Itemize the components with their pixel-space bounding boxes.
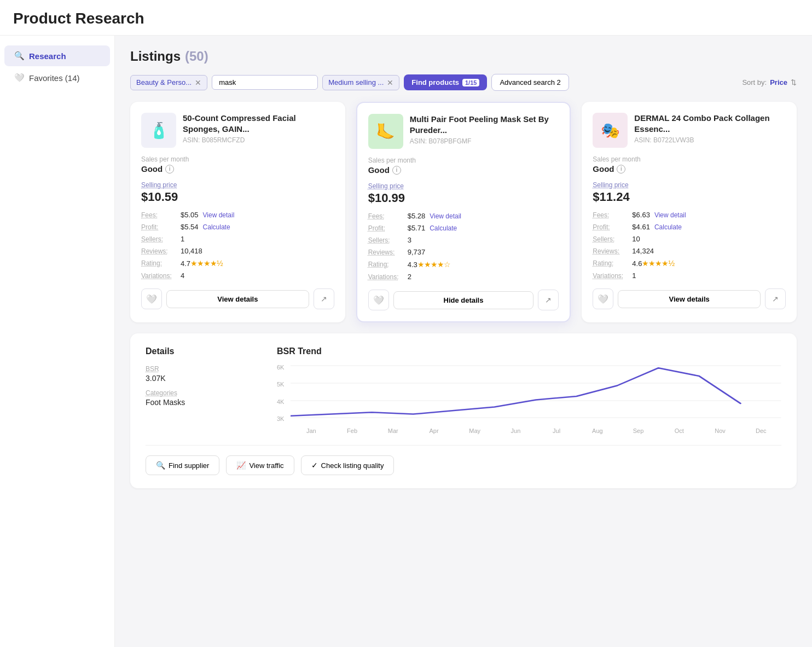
info-icon-2[interactable]: i — [392, 166, 401, 175]
sellers-row-1: Sellers: 1 — [141, 235, 334, 243]
view-traffic-button[interactable]: 📈 View traffic — [226, 455, 294, 475]
categories-label: Categories — [146, 389, 255, 397]
selling-filter[interactable]: Medium selling ... ✕ — [322, 75, 399, 90]
product-image-1: 🧴 — [141, 113, 176, 148]
x-label-jul: Jul — [536, 428, 577, 434]
reviews-value-3: 14,324 — [632, 247, 654, 255]
sort-area: Sort by: Price ⇅ — [742, 78, 797, 86]
rating-value-3: 4.6 — [632, 259, 642, 268]
sellers-row-3: Sellers: 10 — [593, 235, 786, 243]
product-name-1: 50-Count Compressed Facial Sponges, GAIN… — [183, 113, 334, 134]
main-content: Listings (50) Beauty & Perso... ✕ Medium… — [115, 36, 812, 647]
find-products-button[interactable]: Find products 1/15 — [404, 74, 487, 90]
rating-stars-1: ★★★★½ — [190, 259, 223, 268]
selling-price-2: $10.99 — [368, 191, 559, 205]
sellers-value-2: 3 — [408, 236, 411, 244]
rating-value-1: 4.7 — [181, 259, 190, 268]
card-actions-1: 🤍 View details ↗ — [141, 288, 334, 309]
sellers-label-3: Sellers: — [593, 235, 632, 243]
bottom-actions: 🔍 Find supplier 📈 View traffic ✓ Check l… — [146, 445, 781, 475]
selling-label-3: Selling price — [593, 181, 786, 189]
fees-label-1: Fees: — [141, 211, 181, 219]
details-title: Details — [146, 346, 255, 356]
x-label-jan: Jan — [291, 428, 332, 434]
fees-label-3: Fees: — [593, 211, 632, 219]
rating-row-2: Rating: 4.3 ★★★★☆ — [368, 260, 559, 269]
fees-row-3: Fees: $6.63 View detail — [593, 211, 786, 219]
details-left: Details BSR 3.07K Categories Foot Masks — [146, 346, 255, 434]
search-input[interactable] — [212, 75, 318, 90]
profit-label-3: Profit: — [593, 223, 632, 231]
y-label-6k: 6K — [277, 364, 284, 371]
sales-label-1: Sales per month — [141, 155, 334, 163]
sort-icon[interactable]: ⇅ — [791, 78, 797, 86]
x-label-apr: Apr — [414, 428, 455, 434]
x-label-may: May — [454, 428, 495, 434]
search-icon: 🔍 — [14, 51, 25, 61]
external-link-button-3[interactable]: ↗ — [765, 288, 786, 309]
view-details-button-2[interactable]: Hide details — [393, 291, 534, 309]
view-details-button-3[interactable]: View details — [618, 290, 761, 308]
listings-count: (50) — [185, 49, 208, 64]
fees-link-2[interactable]: View detail — [430, 212, 461, 220]
favorite-button-3[interactable]: 🤍 — [593, 288, 613, 309]
categories-row: Categories Foot Masks — [146, 389, 255, 407]
rating-stars-3: ★★★★½ — [642, 259, 674, 268]
heart-icon: 🤍 — [14, 73, 25, 83]
fees-label-2: Fees: — [368, 212, 408, 220]
product-info-1: 🧴 50-Count Compressed Facial Sponges, GA… — [141, 113, 334, 148]
details-section: Details BSR 3.07K Categories Foot Masks … — [130, 333, 797, 488]
reviews-label-1: Reviews: — [141, 247, 181, 255]
y-label-5k: 5K — [277, 381, 284, 388]
product-info-2: 🦶 Multi Pair Foot Peeling Mask Set By Pu… — [368, 114, 559, 149]
selling-label-1: Selling price — [141, 181, 334, 189]
view-details-button-1[interactable]: View details — [166, 290, 309, 308]
advanced-search-button[interactable]: Advanced search 2 — [491, 74, 569, 91]
product-details-1: 50-Count Compressed Facial Sponges, GAIN… — [183, 113, 334, 144]
sidebar-item-favorites[interactable]: 🤍 Favorites (14) — [4, 67, 110, 88]
category-filter[interactable]: Beauty & Perso... ✕ — [130, 75, 207, 90]
sort-value[interactable]: Price — [770, 78, 787, 86]
sidebar-item-research[interactable]: 🔍 Research — [4, 45, 110, 66]
fees-link-1[interactable]: View detail — [203, 211, 235, 219]
product-asin-1: ASIN: B085RMCFZD — [183, 136, 334, 144]
info-icon-3[interactable]: i — [617, 165, 625, 174]
profit-link-2[interactable]: Calculate — [430, 224, 457, 232]
sales-label-3: Sales per month — [593, 155, 786, 163]
external-link-button-2[interactable]: ↗ — [538, 290, 559, 310]
selling-filter-label: Medium selling ... — [328, 78, 384, 86]
bsr-chart-svg — [291, 363, 781, 423]
sidebar-item-research-label: Research — [29, 51, 66, 61]
reviews-row-3: Reviews: 14,324 — [593, 247, 786, 255]
y-label-4k: 4K — [277, 398, 284, 405]
x-label-feb: Feb — [332, 428, 373, 434]
product-asin-2: ASIN: B078PBFGMF — [410, 137, 559, 145]
sellers-label-2: Sellers: — [368, 236, 408, 244]
variations-value-1: 4 — [181, 271, 184, 280]
check-quality-button[interactable]: ✓ Check listing quality — [301, 455, 395, 475]
profit-value-2: $5.71 — [408, 224, 426, 232]
profit-link-3[interactable]: Calculate — [654, 223, 682, 231]
x-label-aug: Aug — [577, 428, 618, 434]
external-link-button-1[interactable]: ↗ — [314, 288, 334, 309]
page-title: Product Research — [0, 0, 812, 36]
product-image-2: 🦶 — [368, 114, 403, 149]
profit-link-1[interactable]: Calculate — [203, 223, 230, 231]
check-quality-label: Check listing quality — [321, 461, 384, 470]
rating-label-1: Rating: — [141, 259, 181, 267]
chart-area: BSR Trend 6K 5K 4K 3K — [277, 346, 781, 434]
category-filter-remove[interactable]: ✕ — [195, 78, 201, 87]
listings-title: Listings — [130, 49, 181, 64]
selling-label-2: Selling price — [368, 182, 559, 190]
info-icon-1[interactable]: i — [165, 165, 174, 174]
favorite-button-1[interactable]: 🤍 — [141, 288, 162, 309]
reviews-label-3: Reviews: — [593, 247, 632, 255]
favorite-button-2[interactable]: 🤍 — [368, 290, 389, 310]
find-supplier-button[interactable]: 🔍 Find supplier — [146, 455, 219, 475]
selling-filter-remove[interactable]: ✕ — [387, 78, 393, 87]
view-traffic-label: View traffic — [249, 461, 283, 470]
profit-row-3: Profit: $4.61 Calculate — [593, 223, 786, 231]
sales-label-2: Sales per month — [368, 157, 559, 164]
variations-value-2: 2 — [408, 273, 411, 281]
fees-link-3[interactable]: View detail — [654, 211, 686, 219]
